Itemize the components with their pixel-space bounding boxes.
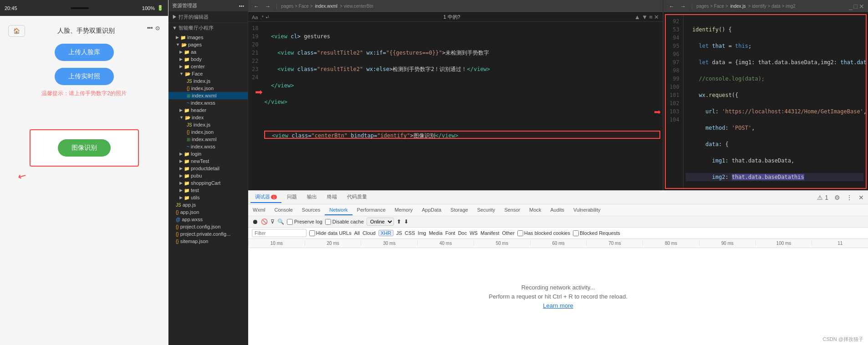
devtools-tab-issues[interactable]: 问题: [282, 192, 301, 203]
js-forward-btn[interactable]: →: [679, 2, 688, 10]
tree-item-projectprivate[interactable]: {} project.private.config...: [168, 230, 248, 238]
tree-item-utils[interactable]: ▶ 📁 utils: [168, 194, 248, 201]
disable-cache-checkbox[interactable]: [325, 219, 331, 225]
subtab-security[interactable]: Security: [473, 205, 500, 215]
js-minimize-btn[interactable]: _: [849, 3, 853, 10]
upload-face-button[interactable]: 上传人脸库: [55, 44, 114, 61]
tree-item-projectconfig[interactable]: {} project.config.json: [168, 223, 248, 230]
ws-filter[interactable]: WS: [470, 230, 478, 236]
tree-item-center[interactable]: ▶ 📁 center: [168, 63, 248, 70]
tree-item-index-indexwxml[interactable]: ⊞ index.wxml: [168, 136, 248, 143]
devtools-tab-codequality[interactable]: 代码质量: [342, 192, 372, 203]
capture-button[interactable]: 上传实时照: [55, 68, 114, 85]
subtab-memory[interactable]: Memory: [390, 205, 418, 215]
subtab-mock[interactable]: Mock: [525, 205, 546, 215]
tree-item-index-indexjs[interactable]: JS index.js: [168, 121, 248, 128]
js-close-btn[interactable]: ✕: [859, 3, 864, 10]
subtab-wxml[interactable]: Wxml: [248, 205, 270, 215]
tree-item-test[interactable]: ▶ 📁 test: [168, 187, 248, 194]
tree-item-face[interactable]: ▼ 📂 Face: [168, 70, 248, 77]
subtab-appdata[interactable]: AppData: [417, 205, 446, 215]
tree-item-appwxss[interactable]: @ app.wxss: [168, 216, 248, 223]
tree-item-aa[interactable]: ▶ 📁 aa: [168, 48, 248, 56]
tree-item-index-indexjson[interactable]: {} index.json: [168, 128, 248, 136]
tree-item-index-folder[interactable]: ▼ 📂 index: [168, 114, 248, 121]
tree-item-body[interactable]: ▶ 📁 body: [168, 56, 248, 63]
js-back-btn[interactable]: ←: [667, 2, 676, 10]
tree-item-login[interactable]: ▶ 📁 login: [168, 150, 248, 157]
tree-item-pubu[interactable]: ▶ 📁 pubu: [168, 172, 248, 179]
search-x-btn[interactable]: ✕: [654, 14, 659, 20]
font-filter[interactable]: Font: [445, 230, 455, 236]
preserve-log-checkbox[interactable]: [287, 219, 293, 225]
word-btn[interactable]: •¹: [266, 15, 270, 20]
wxml-forward-btn[interactable]: →: [263, 2, 272, 10]
subtab-sources[interactable]: Sources: [297, 205, 325, 215]
all-filter[interactable]: All: [354, 230, 360, 236]
clear-btn[interactable]: 🚫: [261, 218, 268, 225]
devtools-warning-icon[interactable]: ⚠ 1: [815, 193, 830, 202]
cloud-filter[interactable]: Cloud: [363, 230, 376, 236]
search-btn[interactable]: 🔍: [277, 218, 284, 225]
export-btn[interactable]: ⬇: [404, 218, 408, 225]
subtab-storage[interactable]: Storage: [446, 205, 473, 215]
js-filter[interactable]: JS: [396, 230, 402, 236]
learn-more-link[interactable]: Learn more: [543, 302, 573, 309]
subtab-console[interactable]: Console: [270, 205, 297, 215]
subtab-performance[interactable]: Performance: [352, 205, 390, 215]
devtools-tab-terminal[interactable]: 终端: [322, 192, 342, 203]
home-icon[interactable]: 🏠: [8, 25, 25, 37]
throttle-select[interactable]: Online: [367, 218, 394, 226]
filter-toggle-btn[interactable]: ⊽: [271, 218, 275, 225]
search-prev-btn[interactable]: ▲: [634, 14, 640, 20]
filetree-more-icon[interactable]: •••: [239, 3, 244, 9]
import-btn[interactable]: ⬆: [397, 218, 401, 225]
record-stop-btn[interactable]: ⏺: [252, 218, 258, 225]
js-maximize-btn[interactable]: □: [854, 3, 858, 10]
media-filter[interactable]: Media: [429, 230, 443, 236]
devtools-tab-output[interactable]: 输出: [302, 192, 322, 203]
css-filter[interactable]: CSS: [405, 230, 415, 236]
tree-item-shoppingcart[interactable]: ▶ 📁 shoppingCart: [168, 179, 248, 187]
regex-btn[interactable]: .*: [260, 15, 263, 20]
tree-item-index-indexwxss[interactable]: ~ index.wxss: [168, 143, 248, 150]
network-filter-input[interactable]: [252, 229, 306, 237]
tree-item-face-indexjs[interactable]: JS index.js: [168, 77, 248, 85]
devtools-tab-debugger[interactable]: 调试器1: [250, 192, 281, 203]
tree-item-header[interactable]: ▶ 📁 header: [168, 107, 248, 114]
subtab-vulnerability[interactable]: Vulnerability: [569, 205, 605, 215]
subtab-audits[interactable]: Audits: [546, 205, 569, 215]
tree-item-face-indexjson[interactable]: {} index.json: [168, 85, 248, 92]
tree-item-appjson[interactable]: {} app.json: [168, 208, 248, 216]
tree-item-pages[interactable]: ▼ 📂 pages: [168, 41, 248, 48]
devtools-more-icon[interactable]: ⋮: [844, 193, 854, 202]
devtools-settings-icon[interactable]: ⚙: [832, 193, 842, 202]
blocked-requests-checkbox[interactable]: [573, 230, 579, 236]
subtab-network[interactable]: Network: [325, 205, 352, 215]
img-filter[interactable]: Img: [418, 230, 426, 236]
record-icon[interactable]: ⊙: [155, 25, 160, 37]
tree-item-productdetail[interactable]: ▶ 📁 productdetail: [168, 165, 248, 172]
search-close-btn[interactable]: ≡: [649, 14, 653, 20]
manifest-filter[interactable]: Manifest: [480, 230, 500, 236]
tree-item-face-indexwxml[interactable]: ⊞ index.wxml: [168, 92, 248, 99]
identify-button[interactable]: 图像识别: [58, 139, 111, 157]
more-icon[interactable]: •••: [147, 25, 153, 37]
other-filter[interactable]: Other: [502, 230, 515, 236]
doc-filter[interactable]: Doc: [458, 230, 467, 236]
js-line-93: let that = this;: [686, 42, 863, 50]
tree-item-sitemap[interactable]: {} sitemap.json: [168, 238, 248, 245]
xhr-filter[interactable]: XHR: [378, 230, 393, 236]
tree-item-appjs[interactable]: JS app.js: [168, 201, 248, 208]
wxml-back-btn[interactable]: ←: [252, 2, 261, 10]
tree-item-newtest[interactable]: ▶ 📁 newTest: [168, 157, 248, 165]
tree-item-images[interactable]: ▶ 📁 images: [168, 34, 248, 41]
tree-item-face-indexwxss[interactable]: ~ index.wxss: [168, 99, 248, 107]
blocked-cookies-checkbox[interactable]: [517, 230, 523, 236]
hide-data-urls-checkbox[interactable]: [309, 230, 315, 236]
folder-body-icon: 📁: [184, 57, 189, 62]
search-next-btn[interactable]: ▼: [642, 14, 648, 20]
subtab-sensor[interactable]: Sensor: [500, 205, 525, 215]
devtools-close-icon[interactable]: ✕: [857, 193, 866, 202]
format-btn[interactable]: Aa: [252, 15, 258, 20]
